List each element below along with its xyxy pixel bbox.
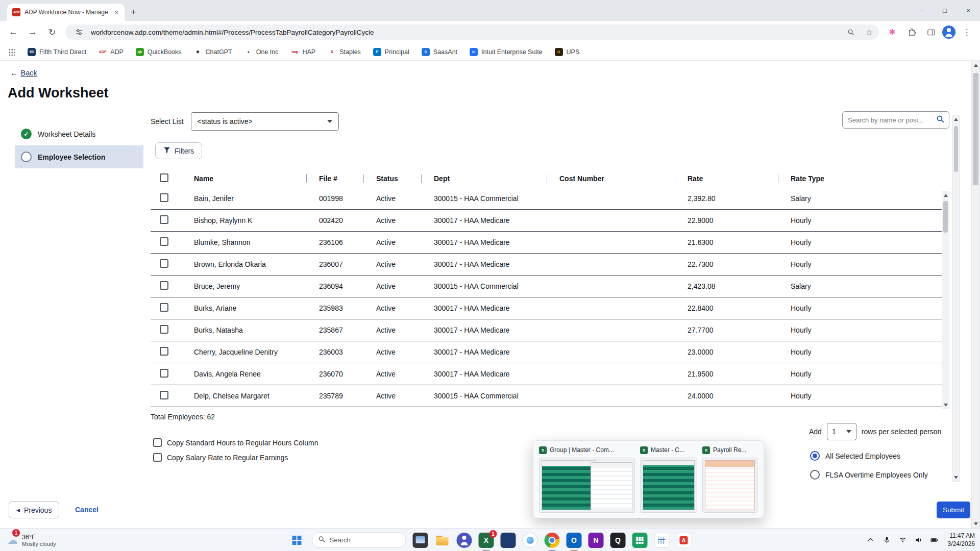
table-row[interactable]: Brown, Erlonda Okaria 236007 Active 3000…: [151, 254, 942, 276]
zoom-icon[interactable]: [844, 26, 857, 39]
battery-icon[interactable]: [930, 536, 939, 545]
scrollbar-track[interactable]: [942, 199, 949, 401]
table-row[interactable]: Bishop, Raylynn K 002420 Active 300017 -…: [151, 210, 942, 232]
scrollbar-thumb[interactable]: [973, 73, 978, 185]
table-row[interactable]: Cherry, Jacqueline Denitry 236003 Active…: [151, 341, 942, 363]
search-icon[interactable]: [936, 115, 945, 125]
step-employee-selection[interactable]: Employee Selection: [15, 145, 143, 168]
bookmark-hap[interactable]: hap HAP: [290, 48, 315, 56]
browser-tab[interactable]: ADP ADP Workforce Now - Manage ×: [7, 4, 125, 21]
row-checkbox[interactable]: [160, 237, 168, 246]
bookmark-intuit-enterprise-suite[interactable]: in Intuit Enterprise Suite: [470, 48, 543, 56]
select-all-checkbox[interactable]: [160, 173, 168, 182]
back-nav-icon[interactable]: ←: [5, 24, 21, 40]
row-checkbox[interactable]: [160, 259, 168, 268]
row-checkbox[interactable]: [160, 325, 168, 334]
table-row[interactable]: Burks, Ariane 235983 Active 300017 - HAA…: [151, 297, 942, 319]
scroll-up-button[interactable]: [972, 61, 979, 69]
preview-master-workbook[interactable]: X Master - C...: [640, 445, 697, 513]
navy-app-icon[interactable]: [501, 533, 516, 548]
extensions-puzzle-icon[interactable]: [903, 24, 920, 40]
row-checkbox[interactable]: [160, 303, 168, 312]
bookmark-one-inc[interactable]: ● One Inc: [244, 48, 279, 56]
row-checkbox[interactable]: [160, 193, 168, 202]
bookmark-principal[interactable]: P Principal: [373, 48, 409, 56]
table-row[interactable]: Davis, Angela Renee 236070 Active 300017…: [151, 363, 942, 385]
tab-close-icon[interactable]: ×: [113, 9, 119, 16]
excel-icon[interactable]: X 1: [479, 533, 494, 548]
row-checkbox[interactable]: [160, 347, 168, 356]
minimize-button[interactable]: –: [910, 0, 933, 21]
window-thumbnail[interactable]: [539, 458, 635, 513]
adp-extension-icon[interactable]: ✱: [884, 24, 900, 40]
step-worksheet-details[interactable]: ✓ Worksheet Details: [15, 122, 143, 145]
task-view-icon[interactable]: [413, 533, 428, 548]
taskbar-search[interactable]: Search: [312, 532, 406, 548]
scroll-down-button[interactable]: [953, 473, 959, 481]
browser-menu-icon[interactable]: ⋮: [959, 24, 975, 40]
scroll-up-button[interactable]: [942, 191, 949, 199]
rows-count-dropdown[interactable]: 1: [827, 423, 856, 440]
table-row[interactable]: Blumke, Shannon 236106 Active 300017 - H…: [151, 232, 942, 254]
column-header-name[interactable]: Name: [181, 174, 306, 183]
forward-nav-icon[interactable]: →: [24, 24, 41, 40]
bookmark-saasant[interactable]: S SaasAnt: [422, 48, 457, 56]
bookmark-fifth-third-direct[interactable]: 53 Fifth Third Direct: [28, 48, 86, 56]
taskbar-clock[interactable]: 11:47 AM 3/24/2026: [948, 532, 975, 548]
scrollbar-track[interactable]: [972, 69, 979, 520]
file-explorer-icon[interactable]: [435, 533, 450, 548]
checkbox-copy-salary-rate[interactable]: Copy Salary Rate to Regular Earnings: [153, 453, 318, 462]
site-settings-icon[interactable]: [72, 26, 86, 39]
radio-icon[interactable]: [810, 470, 820, 480]
scroll-down-button[interactable]: [972, 520, 979, 528]
option-checkbox[interactable]: [153, 438, 162, 447]
previous-button[interactable]: ◀ Previous: [9, 502, 59, 518]
chrome-icon[interactable]: [545, 533, 560, 548]
teams-icon[interactable]: [457, 533, 472, 548]
radio-icon[interactable]: [810, 451, 820, 461]
scrollbar-thumb[interactable]: [943, 201, 948, 233]
onenote-icon[interactable]: N: [589, 533, 604, 548]
weather-widget[interactable]: 1 ☁ 36°F Mostly cloudy: [5, 529, 56, 551]
column-header-rate[interactable]: Rate: [675, 174, 778, 183]
sheets-icon[interactable]: [632, 533, 648, 548]
radio-flsa-overtime-employees-only[interactable]: FLSA Overtime Employees Only: [810, 470, 928, 480]
quickbooks-desktop-icon[interactable]: Q: [610, 533, 626, 548]
microphone-icon[interactable]: [883, 536, 892, 545]
submit-button[interactable]: Submit: [937, 502, 970, 518]
apps-grid-icon[interactable]: [8, 48, 15, 56]
reload-icon[interactable]: ↻: [44, 24, 60, 40]
preview-payroll-report[interactable]: X Payroll Re...: [702, 445, 757, 513]
cancel-link[interactable]: Cancel: [75, 506, 99, 514]
option-checkbox[interactable]: [153, 453, 162, 462]
scroll-up-button[interactable]: [953, 115, 959, 123]
filters-button[interactable]: Filters: [155, 142, 202, 159]
bookmark-adp[interactable]: ADP ADP: [99, 48, 124, 56]
row-checkbox[interactable]: [160, 391, 168, 399]
table-row[interactable]: Burks, Natasha 235867 Active 300017 - HA…: [151, 319, 942, 341]
bookmark-staples[interactable]: S Staples: [328, 48, 361, 56]
scrollbar-track[interactable]: [953, 123, 959, 473]
row-checkbox[interactable]: [160, 215, 168, 224]
checkbox-copy-standard-hours[interactable]: Copy Standard Hours to Regular Hours Col…: [153, 438, 318, 447]
bookmark-quickbooks[interactable]: qb QuickBooks: [136, 48, 182, 56]
back-link[interactable]: ← Back: [10, 69, 37, 77]
bookmark-chatgpt[interactable]: ✱ ChatGPT: [194, 48, 232, 56]
table-row[interactable]: Bain, Jenifer 001998 Active 300015 - HAA…: [151, 188, 942, 210]
table-row[interactable]: Delp, Chelsea Margaret 235789 Active 300…: [151, 385, 942, 407]
column-header-cost-number[interactable]: Cost Number: [547, 174, 675, 183]
bookmark-star-icon[interactable]: ☆: [863, 26, 876, 39]
column-header-rate-type[interactable]: Rate Type: [778, 174, 850, 183]
acrobat-icon[interactable]: A: [676, 533, 692, 548]
address-bar[interactable]: workforcenow.adp.com/theme/admin.html#/P…: [65, 24, 879, 40]
calculator-icon[interactable]: [654, 533, 670, 548]
bookmark-ups[interactable]: U UPS: [555, 48, 580, 56]
scroll-down-button[interactable]: [942, 401, 949, 409]
window-thumbnail[interactable]: [702, 458, 757, 513]
maximize-button[interactable]: □: [933, 0, 957, 21]
start-button[interactable]: [289, 532, 305, 548]
copilot-icon[interactable]: [523, 533, 538, 548]
column-header-file[interactable]: File #: [306, 174, 363, 183]
side-panel-icon[interactable]: [923, 24, 939, 40]
table-row[interactable]: Bruce, Jeremy 236094 Active 300015 - HAA…: [151, 276, 942, 297]
